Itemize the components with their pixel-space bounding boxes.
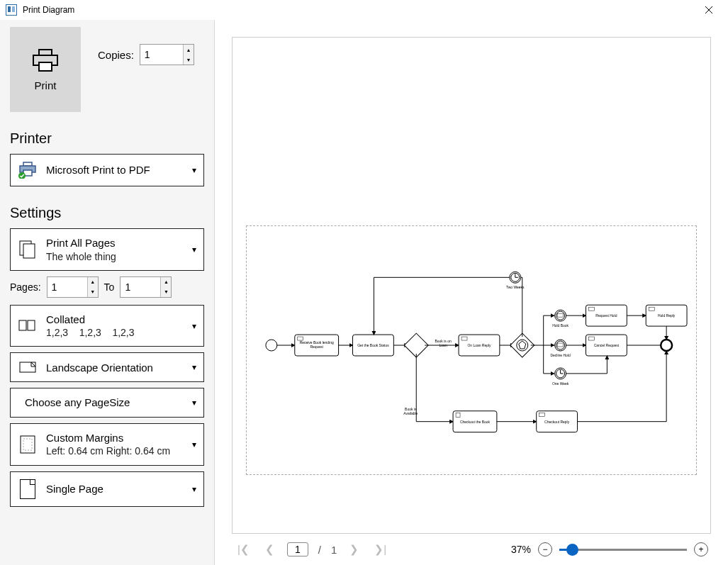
zoom-percent: 37%: [511, 544, 531, 555]
printer-icon: [30, 48, 60, 74]
pagesize-title: Choose any PageSize: [25, 396, 184, 410]
nav-last-button[interactable]: ❯|: [371, 542, 389, 557]
print-range-title: Print All Pages: [46, 236, 184, 250]
chevron-down-icon: ▾: [192, 321, 196, 331]
nav-next-button[interactable]: ❯: [347, 542, 362, 557]
close-icon: [705, 6, 713, 14]
svg-rect-10: [28, 320, 35, 330]
svg-text:Decline Hold: Decline Hold: [551, 352, 571, 357]
svg-point-14: [266, 340, 277, 351]
nav-current-page[interactable]: 1: [287, 542, 308, 556]
svg-text:One Week: One Week: [552, 381, 569, 385]
orientation-title: Landscape Orientation: [46, 361, 184, 375]
diagram: Receive Book lendingRequest Get the Book…: [247, 226, 696, 474]
pages-label: Pages:: [10, 281, 41, 293]
svg-rect-27: [461, 337, 467, 340]
collate-title: Collated: [46, 313, 184, 327]
copies-input[interactable]: [140, 45, 183, 65]
zoom-slider[interactable]: [559, 549, 687, 551]
printer-select-icon: [18, 162, 37, 179]
svg-text:Checkout Reply: Checkout Reply: [544, 419, 570, 423]
collate-select[interactable]: Collated 1,2,3 1,2,3 1,2,3 ▾: [10, 305, 204, 347]
nav-prev-button[interactable]: ❮: [262, 542, 277, 557]
svg-text:Two Weeks: Two Weeks: [506, 285, 525, 289]
copies-down[interactable]: ▼: [184, 55, 194, 65]
chevron-down-icon: ▾: [192, 165, 196, 175]
pages-to-stepper[interactable]: ▲▼: [120, 276, 172, 298]
svg-rect-45: [588, 307, 594, 311]
singlepage-title: Single Page: [46, 482, 184, 496]
svg-point-64: [661, 340, 672, 351]
print-range-select[interactable]: Print All Pages The whole thing ▾: [10, 228, 204, 271]
svg-text:Cancel Request: Cancel Request: [594, 343, 620, 347]
chevron-down-icon: ▾: [192, 440, 196, 449]
app-icon: [6, 4, 17, 16]
zoom-in-button[interactable]: +: [694, 542, 708, 556]
chevron-down-icon: ▾: [192, 484, 196, 494]
zoom-out-button[interactable]: −: [538, 542, 552, 556]
svg-rect-53: [558, 343, 564, 347]
pagesize-select[interactable]: Choose any PageSize ▾: [10, 388, 204, 418]
svg-text:Checkout the Book: Checkout the Book: [460, 419, 491, 423]
margins-sub: Left: 0.64 cm Right: 0.64 cm: [46, 444, 184, 457]
preview-sheet: Receive Book lendingRequest Get the Book…: [237, 105, 705, 466]
nav-total-pages: 1: [331, 544, 337, 556]
window-title: Print Diagram: [23, 5, 74, 15]
print-range-sub: The whole thing: [46, 250, 184, 263]
svg-rect-2: [39, 62, 52, 71]
chevron-down-icon: ▾: [192, 245, 196, 254]
svg-rect-57: [588, 337, 594, 340]
svg-text:On Loan Reply: On Loan Reply: [467, 343, 491, 347]
landscape-icon: [18, 360, 37, 374]
chevron-down-icon: ▾: [192, 362, 196, 372]
preview-canvas: Receive Book lendingRequest Get the Book…: [232, 37, 711, 534]
svg-text:Hold Reply: Hold Reply: [658, 313, 676, 318]
nav-sep: /: [318, 544, 321, 556]
pages-from-stepper[interactable]: ▲▼: [47, 276, 99, 298]
nav-first-button[interactable]: |❮: [235, 542, 252, 557]
pages-to-label: To: [104, 281, 115, 293]
copies-label: Copies:: [98, 49, 134, 61]
svg-rect-0: [39, 50, 52, 55]
svg-text:Book is onLoan: Book is onLoan: [435, 339, 452, 347]
print-button-label: Print: [35, 79, 57, 91]
svg-rect-9: [19, 320, 26, 330]
page-icon: [20, 479, 35, 499]
collate-sub: 1,2,3 1,2,3 1,2,3: [46, 326, 184, 339]
margins-select[interactable]: Custom Margins Left: 0.64 cm Right: 0.64…: [10, 423, 204, 466]
settings-section-heading: Settings: [10, 205, 204, 221]
svg-rect-49: [649, 307, 654, 311]
svg-text:Get the Book Status: Get the Book Status: [357, 343, 389, 347]
svg-text:Book isAvailable: Book isAvailable: [403, 406, 418, 415]
chevron-down-icon: ▾: [192, 398, 196, 408]
collate-icon: [18, 319, 37, 333]
printer-section-heading: Printer: [10, 130, 204, 147]
svg-rect-41: [558, 313, 564, 317]
svg-rect-8: [23, 244, 35, 258]
pages-to-input[interactable]: [121, 277, 160, 297]
svg-rect-67: [456, 413, 460, 417]
close-button[interactable]: [695, 0, 722, 20]
printer-name: Microsoft Print to PDF: [46, 163, 184, 177]
svg-rect-23: [404, 333, 428, 357]
printer-select[interactable]: Microsoft Print to PDF ▾: [10, 154, 204, 186]
svg-text:Request Hold: Request Hold: [595, 313, 617, 318]
singlepage-select[interactable]: Single Page ▾: [10, 471, 204, 507]
pages-icon: [18, 240, 37, 259]
margins-icon: [19, 435, 36, 454]
margins-title: Custom Margins: [46, 431, 184, 445]
pages-from-input[interactable]: [47, 277, 87, 297]
copies-up[interactable]: ▲: [184, 45, 194, 55]
svg-text:Hold Book: Hold Book: [552, 323, 569, 328]
svg-rect-71: [539, 413, 545, 416]
copies-stepper[interactable]: ▲▼: [140, 44, 194, 65]
print-button[interactable]: Print: [10, 27, 81, 112]
orientation-select[interactable]: Landscape Orientation ▾: [10, 352, 204, 382]
